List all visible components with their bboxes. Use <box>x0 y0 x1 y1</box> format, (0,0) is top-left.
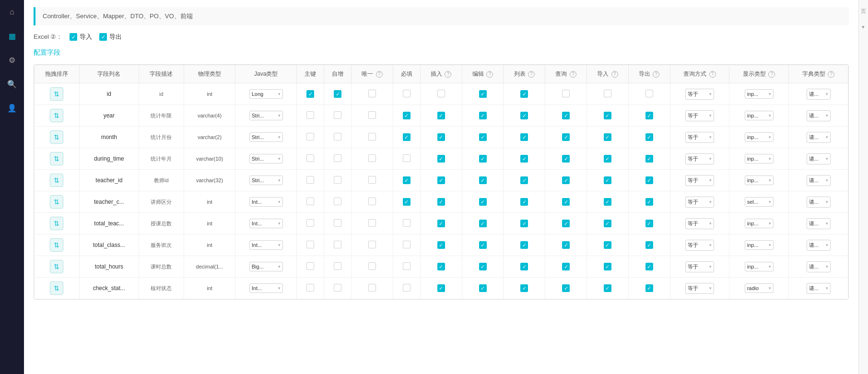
checkbox[interactable] <box>334 111 341 119</box>
select-dropdown[interactable]: inp...▾ <box>745 111 774 120</box>
checkbox[interactable] <box>479 198 487 206</box>
checkbox[interactable] <box>437 241 445 249</box>
select-dropdown[interactable]: sel...▾ <box>745 197 774 207</box>
checkbox[interactable] <box>604 198 611 206</box>
select-dropdown[interactable]: inp...▾ <box>745 219 774 228</box>
list-hint-icon[interactable]: ? <box>528 71 535 78</box>
checkbox[interactable] <box>334 176 341 184</box>
unique-hint-icon[interactable]: ? <box>376 71 383 78</box>
checkbox[interactable] <box>479 263 487 270</box>
drag-handle[interactable]: ⇅ <box>50 238 63 252</box>
checkbox[interactable] <box>604 263 611 270</box>
checkbox[interactable] <box>645 284 653 292</box>
checkbox[interactable] <box>334 154 341 162</box>
checkbox[interactable] <box>403 198 411 206</box>
checkbox[interactable] <box>306 90 314 98</box>
checkbox[interactable] <box>306 154 314 162</box>
checkbox[interactable] <box>604 220 611 227</box>
checkbox[interactable] <box>645 90 653 97</box>
select-dropdown[interactable]: 请...▾ <box>807 175 831 186</box>
checkbox[interactable] <box>437 112 445 119</box>
checkbox[interactable] <box>479 220 487 227</box>
checkbox[interactable] <box>562 155 570 163</box>
checkbox[interactable] <box>368 176 376 184</box>
select-dropdown[interactable]: inp...▾ <box>745 154 774 164</box>
select-dropdown[interactable]: Stri...▾ <box>249 132 283 142</box>
checkbox[interactable] <box>368 111 376 119</box>
checkbox[interactable] <box>479 112 487 119</box>
select-dropdown[interactable]: 等于▾ <box>685 89 714 100</box>
checkbox[interactable] <box>520 112 528 119</box>
sidebar-icon-settings[interactable]: ⚙ <box>5 53 19 67</box>
checkbox[interactable] <box>437 284 445 292</box>
checkbox[interactable] <box>645 176 653 184</box>
checkbox[interactable] <box>520 198 528 206</box>
checkbox[interactable] <box>403 219 411 227</box>
checkbox[interactable] <box>604 241 611 249</box>
drag-handle[interactable]: ⇅ <box>50 109 63 122</box>
checkbox[interactable] <box>437 263 445 270</box>
sidebar-icon-home[interactable]: ⌂ <box>5 5 19 19</box>
checkbox[interactable] <box>604 90 611 97</box>
select-dropdown[interactable]: 请...▾ <box>807 261 831 272</box>
checkbox[interactable] <box>334 241 341 248</box>
select-dropdown[interactable]: 等于▾ <box>685 240 714 251</box>
qmode-hint-icon[interactable]: ? <box>709 71 716 78</box>
export-checkbox[interactable]: ✓ 导出 <box>99 33 122 41</box>
checkbox[interactable] <box>604 112 611 119</box>
checkbox[interactable] <box>562 220 570 227</box>
dict-hint-icon[interactable]: ? <box>828 71 834 78</box>
checkbox[interactable] <box>645 220 653 227</box>
checkbox[interactable] <box>306 219 314 227</box>
checkbox[interactable] <box>479 176 487 184</box>
checkbox[interactable] <box>368 219 376 227</box>
checkbox[interactable] <box>520 263 528 270</box>
select-dropdown[interactable]: 请...▾ <box>807 89 831 100</box>
checkbox[interactable] <box>403 154 411 162</box>
select-dropdown[interactable]: 等于▾ <box>685 153 714 164</box>
checkbox[interactable] <box>479 155 487 163</box>
checkbox[interactable] <box>437 133 445 141</box>
select-dropdown[interactable]: Int...▾ <box>249 240 283 250</box>
right-sidebar-arrow[interactable]: ▾ <box>860 24 867 30</box>
select-dropdown[interactable]: 请...▾ <box>807 240 831 251</box>
select-dropdown[interactable]: 请...▾ <box>807 153 831 164</box>
checkbox[interactable] <box>334 90 341 98</box>
checkbox[interactable] <box>306 133 314 140</box>
select-dropdown[interactable]: inp...▾ <box>745 89 774 99</box>
checkbox[interactable] <box>437 198 445 206</box>
checkbox[interactable] <box>562 198 570 206</box>
checkbox[interactable] <box>520 176 528 184</box>
checkbox[interactable] <box>562 284 570 292</box>
select-dropdown[interactable]: 等于▾ <box>685 261 714 272</box>
select-dropdown[interactable]: 请...▾ <box>807 132 831 143</box>
edit-hint-icon[interactable]: ? <box>486 71 493 78</box>
insert-hint-icon[interactable]: ? <box>445 71 451 78</box>
select-dropdown[interactable]: 请...▾ <box>807 197 831 208</box>
checkbox[interactable] <box>334 198 341 205</box>
checkbox[interactable] <box>368 90 376 97</box>
checkbox[interactable] <box>437 90 445 97</box>
select-dropdown[interactable]: inp...▾ <box>745 240 774 250</box>
checkbox[interactable] <box>520 133 528 141</box>
checkbox[interactable] <box>562 133 570 141</box>
checkbox[interactable] <box>403 112 411 119</box>
select-dropdown[interactable]: 等于▾ <box>685 197 714 208</box>
select-dropdown[interactable]: Long▾ <box>249 89 283 99</box>
select-dropdown[interactable]: inp...▾ <box>745 132 774 142</box>
checkbox[interactable] <box>645 133 653 141</box>
checkbox[interactable] <box>306 111 314 119</box>
select-dropdown[interactable]: inp...▾ <box>745 175 774 185</box>
checkbox[interactable] <box>403 284 411 292</box>
select-dropdown[interactable]: 等于▾ <box>685 110 714 121</box>
select-dropdown[interactable]: radio▾ <box>745 283 774 293</box>
select-dropdown[interactable]: 请...▾ <box>807 283 831 294</box>
checkbox[interactable] <box>520 155 528 163</box>
checkbox[interactable] <box>403 176 411 184</box>
drag-handle[interactable]: ⇅ <box>50 130 63 144</box>
checkbox[interactable] <box>604 133 611 141</box>
checkbox[interactable] <box>306 176 314 184</box>
checkbox[interactable] <box>368 284 376 292</box>
select-dropdown[interactable]: 请...▾ <box>807 110 831 121</box>
checkbox[interactable] <box>403 90 411 97</box>
